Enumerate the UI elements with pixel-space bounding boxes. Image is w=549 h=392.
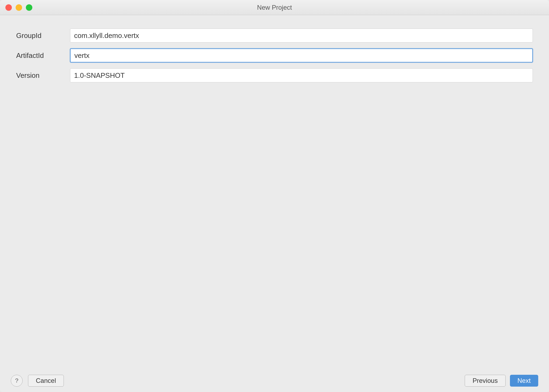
version-label: Version [16, 71, 70, 80]
version-input[interactable] [70, 68, 533, 82]
window-content: GroupId ArtifactId Version [0, 15, 549, 369]
next-button[interactable]: Next [510, 375, 538, 387]
title-bar: New Project [0, 0, 549, 15]
form-area: GroupId ArtifactId Version [16, 29, 533, 82]
footer-left: ? Cancel [11, 375, 64, 387]
artifactid-label: ArtifactId [16, 51, 70, 60]
close-button[interactable] [5, 4, 12, 11]
footer-right: Previous Next [465, 375, 538, 387]
version-row: Version [16, 68, 533, 82]
groupid-input[interactable] [70, 29, 533, 43]
artifactid-row: ArtifactId [16, 48, 533, 62]
window-title: New Project [257, 4, 292, 11]
help-button[interactable]: ? [11, 375, 23, 387]
window-footer: ? Cancel Previous Next [0, 369, 549, 392]
help-label: ? [15, 377, 18, 384]
artifactid-input[interactable] [70, 48, 533, 62]
minimize-button[interactable] [16, 4, 22, 11]
groupid-row: GroupId [16, 29, 533, 43]
window-controls [5, 4, 32, 11]
window: New Project GroupId ArtifactId Version [0, 0, 549, 392]
groupid-label: GroupId [16, 32, 70, 40]
cancel-button[interactable]: Cancel [28, 375, 64, 387]
maximize-button[interactable] [26, 4, 32, 11]
previous-button[interactable]: Previous [465, 375, 505, 387]
